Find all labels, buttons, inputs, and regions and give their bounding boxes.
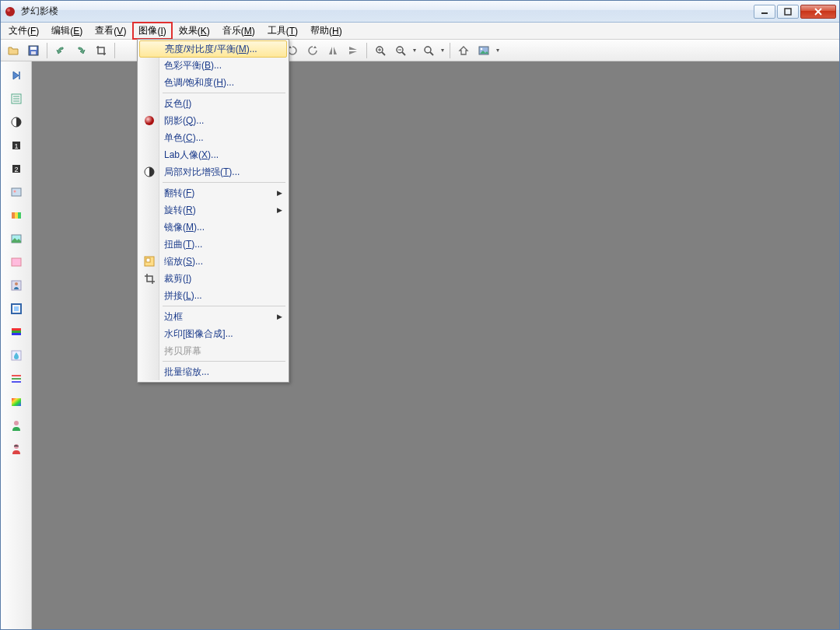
rotate-cw-button[interactable]: [303, 42, 322, 59]
svg-rect-7: [30, 47, 37, 50]
sidebar-person-icon[interactable]: [7, 278, 26, 293]
dropdown-separator: [163, 93, 285, 93]
sidebar-user-green-icon[interactable]: [7, 418, 26, 433]
zoom-fit-button[interactable]: [419, 42, 438, 59]
svg-point-19: [481, 47, 483, 50]
menu-item-label: 色调/饱和度(H)...: [164, 76, 234, 89]
menu-item-15[interactable]: 裁剪(I): [139, 270, 287, 287]
svg-rect-43: [12, 333, 21, 335]
svg-rect-8: [31, 51, 36, 54]
menu-item-label: 拼接(L)...: [164, 289, 202, 303]
image-button[interactable]: [474, 42, 493, 59]
app-window: 梦幻影楼 文件(F) 编辑(E) 查看(V) 图像(I) 效果(K) 音乐(M)…: [0, 0, 840, 630]
menu-item-label: 色彩平衡(B)...: [164, 59, 222, 72]
menu-item-7[interactable]: Lab人像(X)...: [139, 146, 287, 163]
svg-text:1: 1: [14, 142, 18, 150]
home-button[interactable]: [454, 42, 473, 59]
menu-item-18[interactable]: 边框▶: [139, 308, 287, 325]
dropdown-separator: [163, 306, 285, 306]
menu-edit[interactable]: 编辑(E): [45, 23, 89, 39]
menu-item-22[interactable]: 批量缩放...: [139, 363, 287, 380]
sidebar-pink-icon[interactable]: [7, 254, 26, 270]
scale-icon: [143, 255, 156, 268]
zoom-in-button[interactable]: [371, 42, 390, 59]
crop-toolbar-button[interactable]: [92, 42, 110, 59]
menu-item-label: 阴影(Q)...: [164, 114, 204, 128]
menu-item-4[interactable]: 反色(I): [139, 95, 287, 112]
redo-button[interactable]: [72, 42, 90, 59]
submenu-arrow-icon: ▶: [277, 313, 282, 320]
menu-item-12[interactable]: 镜像(M)...: [139, 219, 287, 236]
undo-button[interactable]: [51, 42, 70, 59]
menu-item-label: 缩放(S)...: [164, 255, 203, 268]
svg-rect-3: [785, 9, 791, 15]
submenu-arrow-icon: ▶: [277, 189, 282, 197]
svg-rect-48: [12, 398, 21, 406]
menu-item-10[interactable]: 翻转(F)▶: [139, 184, 287, 201]
sidebar-frame-icon[interactable]: [7, 301, 26, 317]
sidebar-color-bars-icon[interactable]: [7, 208, 26, 223]
sidebar-lines-icon[interactable]: [7, 371, 26, 387]
menu-item-label: 旋转(R): [164, 204, 196, 217]
menu-music[interactable]: 音乐(M): [216, 23, 261, 39]
menu-item-label: 反色(I): [164, 97, 191, 110]
svg-rect-41: [12, 328, 21, 331]
toolbar-sep: [114, 43, 115, 58]
sidebar-contrast-icon[interactable]: [7, 114, 26, 130]
menu-item-6[interactable]: 单色(C)...: [139, 129, 287, 146]
contrast-icon: [143, 166, 156, 178]
menu-item-label: 边框: [164, 310, 183, 324]
content-area: 1 2: [1, 61, 839, 629]
menu-help[interactable]: 帮助(H): [304, 23, 348, 39]
menu-item-label: 亮度/对比度/平衡(M)...: [165, 43, 257, 56]
menu-item-1[interactable]: 色彩平衡(B)...: [139, 57, 287, 74]
menu-item-13[interactable]: 扭曲(T)...: [139, 236, 287, 253]
image-dropdown-icon[interactable]: ▾: [495, 47, 501, 54]
menu-item-0[interactable]: 亮度/对比度/平衡(M)...: [139, 40, 287, 58]
flip-h-button[interactable]: [324, 42, 342, 59]
maximize-button[interactable]: [777, 5, 799, 19]
open-button[interactable]: [4, 42, 23, 59]
sidebar-gradient-icon[interactable]: [7, 324, 26, 340]
menu-file[interactable]: 文件(F): [2, 23, 45, 39]
menu-item-label: 批量缩放...: [164, 366, 209, 379]
menu-item-label: 裁剪(I): [164, 272, 191, 285]
sidebar-droplet-icon[interactable]: [7, 348, 26, 363]
menu-item-11[interactable]: 旋转(R)▶: [139, 201, 287, 219]
submenu-arrow-icon: ▶: [277, 206, 282, 214]
menu-item-2[interactable]: 色调/饱和度(H)...: [139, 74, 287, 91]
svg-line-14: [402, 52, 405, 55]
menu-image[interactable]: 图像(I): [132, 22, 172, 40]
menu-item-5[interactable]: 阴影(Q)...: [139, 112, 287, 129]
menu-item-14[interactable]: 缩放(S)...: [139, 253, 287, 270]
save-button[interactable]: [24, 42, 43, 59]
sidebar-landscape-icon[interactable]: [7, 231, 26, 247]
menu-item-19[interactable]: 水印[图像合成]...: [139, 325, 287, 342]
menu-item-16[interactable]: 拼接(L)...: [139, 287, 287, 304]
menu-tools[interactable]: 工具(T): [261, 23, 304, 39]
menu-view[interactable]: 查看(V): [89, 23, 132, 39]
svg-rect-42: [12, 331, 21, 333]
menu-item-20: 拷贝屏幕: [139, 342, 287, 359]
minimize-button[interactable]: [754, 5, 775, 19]
sidebar-photo-icon[interactable]: [7, 184, 26, 200]
sidebar-one-icon[interactable]: 1: [7, 138, 26, 153]
flip-v-button[interactable]: [344, 42, 362, 59]
zoom-fit-dropdown-icon[interactable]: ▾: [439, 47, 446, 54]
sidebar-nav-icon[interactable]: [7, 68, 26, 83]
toolbar: ▾ ▾ ▾: [1, 40, 839, 61]
sidebar-two-icon[interactable]: 2: [7, 161, 26, 177]
crop-icon: [143, 272, 156, 285]
toolbar-sep: [47, 43, 47, 58]
sidebar-user-red-icon[interactable]: [7, 441, 26, 457]
titlebar[interactable]: 梦幻影楼: [1, 1, 839, 23]
sidebar-list-icon[interactable]: [7, 91, 26, 107]
menu-item-8[interactable]: 局部对比增强(T)...: [139, 163, 287, 180]
sidebar-rainbow-icon[interactable]: [7, 394, 26, 410]
zoom-dropdown-icon[interactable]: ▾: [411, 47, 418, 54]
menu-item-label: 镜像(M)...: [164, 221, 205, 234]
menu-effect[interactable]: 效果(K): [173, 23, 216, 39]
close-button[interactable]: [800, 5, 836, 19]
zoom-out-button[interactable]: [391, 42, 410, 59]
svg-rect-34: [18, 212, 21, 219]
